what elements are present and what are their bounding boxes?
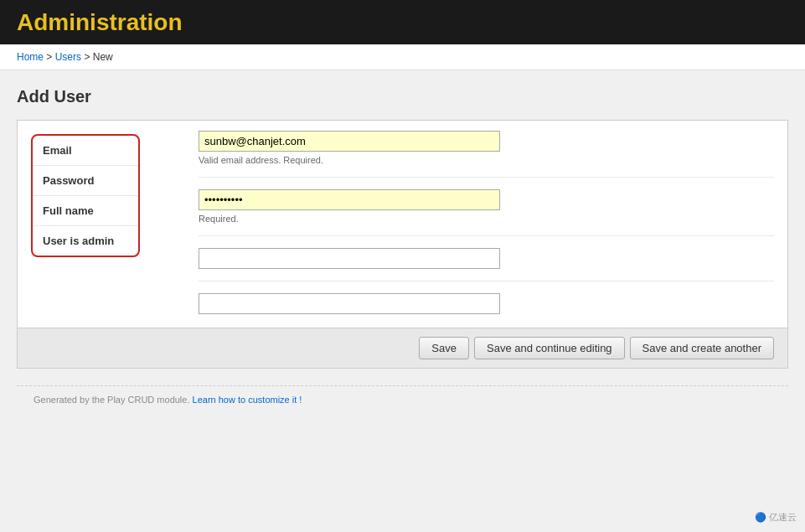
save-another-button[interactable]: Save and create another <box>630 337 774 359</box>
email-label: Email <box>33 136 138 165</box>
email-label-cell: Email Password Full name User is admin <box>18 121 185 328</box>
form-table: Email Password Full name User is admin V… <box>18 121 787 328</box>
footer-text: Generated by the Play CRUD module. <box>34 395 189 405</box>
footer-link[interactable]: Learn how to customize it ! <box>193 395 302 405</box>
page-title: Add User <box>17 87 788 106</box>
userisadmin-field-group <box>199 281 774 318</box>
breadcrumb-home[interactable]: Home <box>17 51 44 63</box>
password-label: Password <box>33 165 138 195</box>
action-bar: Save Save and continue editing Save and … <box>18 328 787 368</box>
app-title: Administration <box>17 9 183 36</box>
breadcrumb-current: New <box>93 51 113 63</box>
fields-cell: Valid email address. Required. Required. <box>185 121 787 328</box>
email-field-group: Valid email address. Required. <box>199 131 774 177</box>
fullname-label: Full name <box>33 195 138 225</box>
main-content: Add User Email Password Full name User i… <box>0 70 805 430</box>
password-input[interactable] <box>199 189 500 210</box>
password-field-group: Required. <box>199 177 774 235</box>
breadcrumb-users[interactable]: Users <box>55 51 81 63</box>
save-button[interactable]: Save <box>419 337 469 359</box>
form-container: Email Password Full name User is admin V… <box>17 120 788 369</box>
password-hint: Required. <box>199 214 774 224</box>
email-hint: Valid email address. Required. <box>199 155 774 165</box>
userisadmin-input[interactable] <box>199 293 500 314</box>
table-row: Email Password Full name User is admin V… <box>18 121 787 328</box>
app-header: Administration <box>0 0 805 44</box>
save-continue-button[interactable]: Save and continue editing <box>474 337 625 359</box>
userisadmin-label: User is admin <box>33 225 138 256</box>
email-input[interactable] <box>199 131 500 152</box>
fullname-field-group <box>199 235 774 281</box>
fullname-input[interactable] <box>199 248 500 269</box>
breadcrumb: Home > Users > New <box>0 44 805 70</box>
footer: Generated by the Play CRUD module. Learn… <box>17 385 788 413</box>
